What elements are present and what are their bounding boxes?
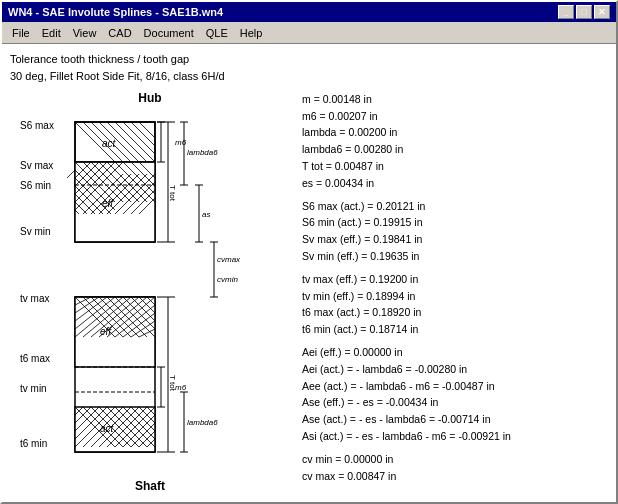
info-ase-act: Ase (act.) = - es - lambda6 = -0.00714 i… <box>302 411 608 428</box>
content-area: Tolerance tooth thickness / tooth gap 30… <box>2 44 616 502</box>
svg-text:act: act <box>100 423 115 434</box>
svg-text:lambda6: lambda6 <box>187 148 218 157</box>
info-aei-act: Aei (act.) = - lambda6 = -0.00280 in <box>302 361 608 378</box>
svg-text:T tot: T tot <box>168 185 177 202</box>
menu-cad[interactable]: CAD <box>102 25 137 41</box>
svg-text:t6 max: t6 max <box>20 353 50 364</box>
info-lambda: lambda = 0.00200 in <box>302 124 608 141</box>
svg-text:lambda6: lambda6 <box>187 418 218 427</box>
svg-text:m6: m6 <box>175 138 187 147</box>
info-svmin: Sv min (eff.) = 0.19635 in <box>302 248 608 265</box>
info-m6: m6 = 0.00207 in <box>302 108 608 125</box>
info-cvmin: cv min = 0.00000 in <box>302 451 608 468</box>
svg-text:S6 min: S6 min <box>20 180 51 191</box>
window-title: WN4 - SAE Involute Splines - SAE1B.wn4 <box>8 6 223 18</box>
info-section-3: tv max (eff.) = 0.19200 in tv min (eff.)… <box>302 271 608 338</box>
info-t6min: t6 min (act.) = 0.18714 in <box>302 321 608 338</box>
svg-text:tv min: tv min <box>20 383 47 394</box>
menu-file[interactable]: File <box>6 25 36 41</box>
menu-help[interactable]: Help <box>234 25 269 41</box>
info-aei-eff: Aei (eff.) = 0.00000 in <box>302 344 608 361</box>
svg-text:act: act <box>102 138 117 149</box>
info-section-2: S6 max (act.) = 0.20121 in S6 min (act.)… <box>302 198 608 265</box>
info-aee-act: Aee (act.) = - lambda6 - m6 = -0.00487 i… <box>302 378 608 395</box>
info-ase-eff: Ase (eff.) = - es = -0.00434 in <box>302 394 608 411</box>
svg-text:Sv min: Sv min <box>20 226 51 237</box>
info-tvmin: tv min (eff.) = 0.18994 in <box>302 288 608 305</box>
info-panel: m = 0.00148 in m6 = 0.00207 in lambda = … <box>290 91 608 494</box>
main-window: WN4 - SAE Involute Splines - SAE1B.wn4 _… <box>0 0 618 504</box>
spline-diagram: S6 max Sv max S6 min Sv min tv max t6 ma… <box>20 107 280 477</box>
title-bar: WN4 - SAE Involute Splines - SAE1B.wn4 _… <box>2 2 616 22</box>
info-m: m = 0.00148 in <box>302 91 608 108</box>
svg-text:eff: eff <box>102 198 114 209</box>
menu-qle[interactable]: QLE <box>200 25 234 41</box>
svg-text:tv max: tv max <box>20 293 49 304</box>
info-section-4: Aei (eff.) = 0.00000 in Aei (act.) = - l… <box>302 344 608 445</box>
info-s6min: S6 min (act.) = 0.19915 in <box>302 214 608 231</box>
svg-text:as: as <box>202 210 210 219</box>
svg-text:cvmin: cvmin <box>217 275 238 284</box>
svg-text:S6 max: S6 max <box>20 120 54 131</box>
menu-view[interactable]: View <box>67 25 103 41</box>
svg-text:Sv max: Sv max <box>20 160 53 171</box>
header-line2: 30 deg, Fillet Root Side Fit, 8/16, clas… <box>10 69 608 84</box>
svg-line-30 <box>67 170 75 178</box>
info-section-1: m = 0.00148 in m6 = 0.00207 in lambda = … <box>302 91 608 192</box>
menu-bar: File Edit View CAD Document QLE Help <box>2 22 616 44</box>
info-svmax: Sv max (eff.) = 0.19841 in <box>302 231 608 248</box>
info-cvmax: cv max = 0.00847 in <box>302 468 608 485</box>
header-line1: Tolerance tooth thickness / tooth gap <box>10 52 608 67</box>
diagram-area: Hub S6 max Sv max S6 min Sv min tv max t… <box>10 91 290 494</box>
svg-text:t6 min: t6 min <box>20 438 47 449</box>
svg-text:cvmax: cvmax <box>217 255 241 264</box>
info-es: es = 0.00434 in <box>302 175 608 192</box>
info-tvmax: tv max (eff.) = 0.19200 in <box>302 271 608 288</box>
info-s6max: S6 max (act.) = 0.20121 in <box>302 198 608 215</box>
info-lambda6: lambda6 = 0.00280 in <box>302 141 608 158</box>
svg-text:m6: m6 <box>175 383 187 392</box>
info-t6max: t6 max (act.) = 0.18920 in <box>302 304 608 321</box>
svg-text:eff: eff <box>100 326 112 337</box>
hub-label: Hub <box>138 91 161 105</box>
main-area: Hub S6 max Sv max S6 min Sv min tv max t… <box>10 91 608 494</box>
maximize-button[interactable]: □ <box>576 5 592 19</box>
diagram-container: S6 max Sv max S6 min Sv min tv max t6 ma… <box>20 107 280 477</box>
title-bar-buttons: _ □ ✕ <box>558 5 610 19</box>
info-section-5: cv min = 0.00000 in cv max = 0.00847 in <box>302 451 608 485</box>
info-asi-act: Asi (act.) = - es - lambda6 - m6 = -0.00… <box>302 428 608 445</box>
info-ttot: T tot = 0.00487 in <box>302 158 608 175</box>
menu-document[interactable]: Document <box>138 25 200 41</box>
menu-edit[interactable]: Edit <box>36 25 67 41</box>
svg-rect-77 <box>75 407 155 452</box>
minimize-button[interactable]: _ <box>558 5 574 19</box>
shaft-label: Shaft <box>135 479 165 493</box>
close-button[interactable]: ✕ <box>594 5 610 19</box>
